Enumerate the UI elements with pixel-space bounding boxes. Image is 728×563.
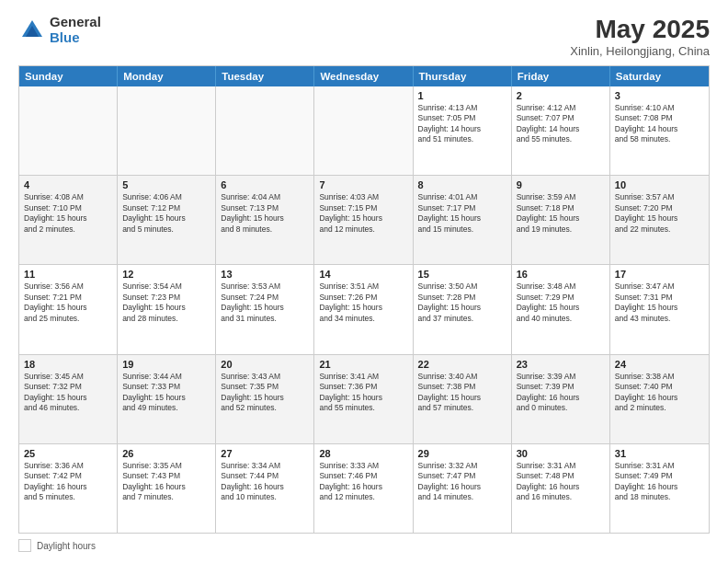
day-info: Sunrise: 3:33 AM Sunset: 7:46 PM Dayligh… (319, 461, 407, 503)
day-info: Sunrise: 3:51 AM Sunset: 7:26 PM Dayligh… (319, 282, 407, 324)
cal-cell: 5Sunrise: 4:06 AM Sunset: 7:12 PM Daylig… (118, 176, 216, 264)
day-number: 28 (319, 448, 407, 459)
day-number: 4 (24, 179, 112, 190)
cal-cell: 15Sunrise: 3:50 AM Sunset: 7:28 PM Dayli… (414, 265, 512, 353)
cal-cell: 26Sunrise: 3:35 AM Sunset: 7:43 PM Dayli… (118, 444, 216, 533)
day-info: Sunrise: 3:45 AM Sunset: 7:32 PM Dayligh… (24, 372, 112, 414)
cal-week-4: 18Sunrise: 3:45 AM Sunset: 7:32 PM Dayli… (19, 354, 709, 443)
cal-cell: 22Sunrise: 3:40 AM Sunset: 7:38 PM Dayli… (414, 355, 512, 443)
day-number: 21 (319, 359, 407, 370)
day-info: Sunrise: 4:08 AM Sunset: 7:10 PM Dayligh… (24, 192, 112, 235)
day-info: Sunrise: 4:01 AM Sunset: 7:17 PM Dayligh… (418, 192, 506, 235)
day-number: 29 (418, 448, 506, 459)
title-block: May 2025 Xinlin, Heilongjiang, China (570, 15, 710, 58)
cal-cell: 25Sunrise: 3:36 AM Sunset: 7:42 PM Dayli… (19, 444, 118, 533)
day-info: Sunrise: 3:47 AM Sunset: 7:31 PM Dayligh… (615, 282, 704, 324)
day-number: 26 (122, 448, 210, 459)
day-number: 17 (615, 269, 704, 280)
day-number: 31 (615, 448, 704, 459)
cal-cell: 9Sunrise: 3:59 AM Sunset: 7:18 PM Daylig… (512, 176, 610, 264)
day-info: Sunrise: 3:43 AM Sunset: 7:35 PM Dayligh… (221, 372, 309, 414)
cal-header-saturday: Saturday (610, 66, 709, 86)
day-info: Sunrise: 3:36 AM Sunset: 7:42 PM Dayligh… (24, 461, 112, 503)
logo: General Blue (18, 15, 101, 45)
day-info: Sunrise: 3:53 AM Sunset: 7:24 PM Dayligh… (221, 282, 309, 324)
day-info: Sunrise: 3:50 AM Sunset: 7:28 PM Dayligh… (418, 282, 506, 324)
day-number: 27 (221, 448, 309, 459)
day-info: Sunrise: 3:38 AM Sunset: 7:40 PM Dayligh… (615, 372, 704, 414)
day-number: 16 (517, 269, 605, 280)
cal-week-1: 1Sunrise: 4:13 AM Sunset: 7:05 PM Daylig… (19, 86, 709, 175)
cal-cell: 11Sunrise: 3:56 AM Sunset: 7:21 PM Dayli… (19, 265, 118, 353)
day-number: 9 (517, 179, 605, 190)
day-number: 8 (418, 179, 506, 190)
cal-cell: 21Sunrise: 3:41 AM Sunset: 7:36 PM Dayli… (314, 355, 413, 443)
cal-cell (314, 86, 413, 175)
cal-cell: 10Sunrise: 3:57 AM Sunset: 7:20 PM Dayli… (610, 176, 709, 264)
cal-header-friday: Friday (512, 66, 610, 86)
day-number: 22 (418, 359, 506, 370)
cal-cell: 14Sunrise: 3:51 AM Sunset: 7:26 PM Dayli… (314, 265, 413, 353)
logo-text: General Blue (50, 15, 101, 45)
header: General Blue May 2025 Xinlin, Heilongjia… (18, 15, 710, 58)
day-info: Sunrise: 4:13 AM Sunset: 7:05 PM Dayligh… (418, 103, 506, 145)
cal-header-monday: Monday (118, 66, 216, 86)
cal-cell: 1Sunrise: 4:13 AM Sunset: 7:05 PM Daylig… (414, 86, 512, 175)
day-number: 1 (418, 90, 506, 101)
day-number: 13 (221, 269, 309, 280)
day-info: Sunrise: 3:31 AM Sunset: 7:48 PM Dayligh… (517, 461, 605, 503)
day-number: 23 (517, 359, 605, 370)
day-info: Sunrise: 3:32 AM Sunset: 7:47 PM Dayligh… (418, 461, 506, 503)
cal-cell (118, 86, 216, 175)
page: General Blue May 2025 Xinlin, Heilongjia… (0, 0, 728, 563)
day-info: Sunrise: 3:56 AM Sunset: 7:21 PM Dayligh… (24, 282, 112, 324)
location-subtitle: Xinlin, Heilongjiang, China (570, 44, 710, 58)
logo-icon (18, 17, 46, 44)
cal-header-wednesday: Wednesday (314, 66, 413, 86)
cal-cell: 23Sunrise: 3:39 AM Sunset: 7:39 PM Dayli… (512, 355, 610, 443)
cal-cell: 17Sunrise: 3:47 AM Sunset: 7:31 PM Dayli… (610, 265, 709, 353)
day-info: Sunrise: 3:35 AM Sunset: 7:43 PM Dayligh… (122, 461, 210, 503)
cal-cell: 8Sunrise: 4:01 AM Sunset: 7:17 PM Daylig… (414, 176, 512, 264)
legend-box (18, 539, 31, 552)
day-number: 10 (615, 179, 704, 190)
cal-cell: 3Sunrise: 4:10 AM Sunset: 7:08 PM Daylig… (610, 86, 709, 175)
day-info: Sunrise: 3:41 AM Sunset: 7:36 PM Dayligh… (319, 372, 407, 414)
day-info: Sunrise: 4:03 AM Sunset: 7:15 PM Dayligh… (319, 192, 407, 235)
legend-label: Daylight hours (37, 541, 96, 551)
cal-cell: 19Sunrise: 3:44 AM Sunset: 7:33 PM Dayli… (118, 355, 216, 443)
logo-general: General (50, 15, 101, 30)
day-info: Sunrise: 3:59 AM Sunset: 7:18 PM Dayligh… (517, 192, 605, 235)
day-number: 12 (122, 269, 210, 280)
cal-cell: 27Sunrise: 3:34 AM Sunset: 7:44 PM Dayli… (216, 444, 314, 533)
day-number: 15 (418, 269, 506, 280)
day-number: 3 (615, 90, 704, 101)
cal-cell: 18Sunrise: 3:45 AM Sunset: 7:32 PM Dayli… (19, 355, 118, 443)
cal-week-3: 11Sunrise: 3:56 AM Sunset: 7:21 PM Dayli… (19, 264, 709, 353)
cal-cell: 2Sunrise: 4:12 AM Sunset: 7:07 PM Daylig… (512, 86, 610, 175)
cal-cell: 7Sunrise: 4:03 AM Sunset: 7:15 PM Daylig… (314, 176, 413, 264)
cal-week-5: 25Sunrise: 3:36 AM Sunset: 7:42 PM Dayli… (19, 443, 709, 533)
cal-cell: 20Sunrise: 3:43 AM Sunset: 7:35 PM Dayli… (216, 355, 314, 443)
day-number: 18 (24, 359, 112, 370)
calendar-header-row: SundayMondayTuesdayWednesdayThursdayFrid… (19, 66, 709, 86)
day-info: Sunrise: 3:34 AM Sunset: 7:44 PM Dayligh… (221, 461, 309, 503)
day-info: Sunrise: 4:06 AM Sunset: 7:12 PM Dayligh… (122, 192, 210, 235)
cal-header-tuesday: Tuesday (216, 66, 314, 86)
cal-cell: 6Sunrise: 4:04 AM Sunset: 7:13 PM Daylig… (216, 176, 314, 264)
cal-cell: 29Sunrise: 3:32 AM Sunset: 7:47 PM Dayli… (414, 444, 512, 533)
cal-cell: 31Sunrise: 3:31 AM Sunset: 7:49 PM Dayli… (610, 444, 709, 533)
day-info: Sunrise: 3:39 AM Sunset: 7:39 PM Dayligh… (517, 372, 605, 414)
day-info: Sunrise: 4:10 AM Sunset: 7:08 PM Dayligh… (615, 103, 704, 145)
cal-cell: 4Sunrise: 4:08 AM Sunset: 7:10 PM Daylig… (19, 176, 118, 264)
calendar-body: 1Sunrise: 4:13 AM Sunset: 7:05 PM Daylig… (19, 86, 709, 533)
day-info: Sunrise: 4:04 AM Sunset: 7:13 PM Dayligh… (221, 192, 309, 235)
day-info: Sunrise: 3:48 AM Sunset: 7:29 PM Dayligh… (517, 282, 605, 324)
day-number: 6 (221, 179, 309, 190)
day-info: Sunrise: 3:31 AM Sunset: 7:49 PM Dayligh… (615, 461, 704, 503)
day-number: 14 (319, 269, 407, 280)
day-number: 11 (24, 269, 112, 280)
day-number: 30 (517, 448, 605, 459)
cal-header-sunday: Sunday (19, 66, 118, 86)
logo-blue: Blue (50, 30, 101, 46)
